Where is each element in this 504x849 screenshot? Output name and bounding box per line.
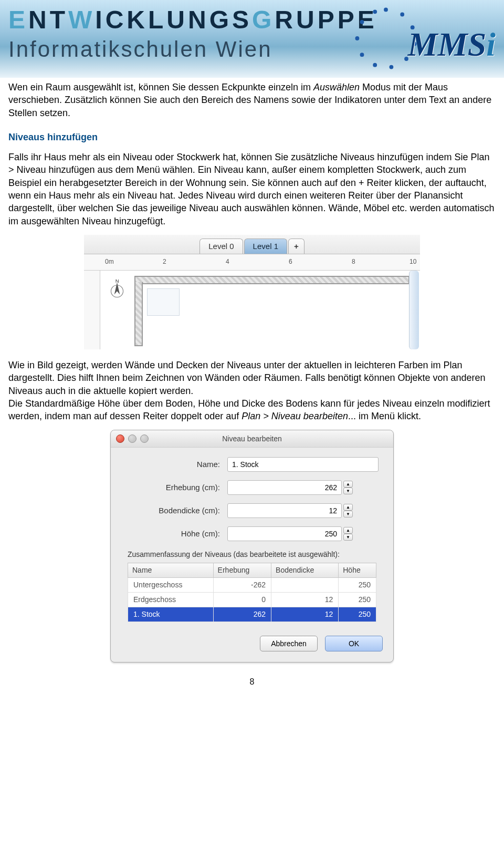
table-row[interactable]: Untergeschoss-262250 xyxy=(128,578,376,593)
header-subtitle: Informatikschulen Wien xyxy=(8,37,272,62)
wall-horizontal xyxy=(134,276,410,284)
screenshot-tabs: Level 0 Level 1 + 0m 2 4 6 8 10 N xyxy=(84,235,420,349)
svg-point-6 xyxy=(373,63,377,67)
input-hoehe[interactable] xyxy=(227,526,342,541)
svg-point-7 xyxy=(360,53,364,57)
spin-down-icon[interactable]: ▼ xyxy=(343,488,353,494)
cancel-button[interactable]: Abbrechen xyxy=(260,636,318,651)
input-erhebung[interactable] xyxy=(227,480,342,495)
svg-point-5 xyxy=(390,65,394,69)
tab-level0[interactable]: Level 0 xyxy=(200,239,243,254)
dialog-title: Niveau bearbeiten xyxy=(222,434,282,443)
mmsi-logo: MMSi xyxy=(408,25,496,64)
input-name[interactable] xyxy=(227,457,379,472)
label-bodendicke: Bodendicke (cm): xyxy=(125,505,220,516)
svg-marker-12 xyxy=(114,282,120,294)
page-number: 8 xyxy=(8,676,496,688)
svg-text:N: N xyxy=(116,278,119,284)
spinner-hoehe[interactable]: ▲▼ xyxy=(343,527,353,541)
intro-paragraph: Wen ein Raum ausgewählt ist, können Sie … xyxy=(8,81,496,119)
spin-up-icon[interactable]: ▲ xyxy=(343,527,353,534)
svg-point-10 xyxy=(373,9,377,14)
minimize-icon[interactable] xyxy=(128,434,136,443)
input-bodendicke[interactable] xyxy=(227,503,342,518)
dialog-niveau-bearbeiten: Niveau bearbeiten Name: Erhebung (cm): ▲… xyxy=(110,430,394,662)
tab-add[interactable]: + xyxy=(288,239,304,254)
page-header: ENTWICKLUNGSGRUPPE Informatikschulen Wie… xyxy=(0,0,504,78)
spin-down-icon[interactable]: ▼ xyxy=(343,511,353,517)
ok-button[interactable]: OK xyxy=(325,636,383,651)
svg-point-9 xyxy=(360,20,364,24)
svg-point-1 xyxy=(400,13,404,17)
plan-canvas[interactable]: N xyxy=(84,271,420,349)
label-hoehe: Höhe (cm): xyxy=(125,529,220,539)
vertical-ruler xyxy=(84,271,100,349)
zoom-icon[interactable] xyxy=(140,434,149,443)
tab-level1[interactable]: Level 1 xyxy=(244,239,287,254)
close-icon[interactable] xyxy=(116,434,124,443)
svg-point-8 xyxy=(355,36,360,40)
svg-point-0 xyxy=(384,8,388,12)
table-row[interactable]: 1. Stock26212250 xyxy=(128,607,376,622)
label-erhebung: Erhebung (cm): xyxy=(125,482,220,493)
th-bodendicke: Bodendicke xyxy=(271,563,339,578)
spin-down-icon[interactable]: ▼ xyxy=(343,534,353,541)
niveaus-paragraph: Falls ihr Haus mehr als ein Niveau oder … xyxy=(8,151,496,227)
spinner-erhebung[interactable]: ▲▼ xyxy=(343,481,353,494)
label-name: Name: xyxy=(125,459,220,470)
th-erhebung: Erhebung xyxy=(213,563,271,578)
summary-table: Name Erhebung Bodendicke Höhe Untergesch… xyxy=(128,563,376,622)
table-row[interactable]: Erdgeschoss012250 xyxy=(128,593,376,607)
spin-up-icon[interactable]: ▲ xyxy=(343,481,353,488)
selected-room[interactable] xyxy=(147,288,180,316)
th-name: Name xyxy=(128,563,214,578)
ruler: 0m 2 4 6 8 10 xyxy=(84,254,420,271)
th-hoehe: Höhe xyxy=(339,563,376,578)
spinner-bodendicke[interactable]: ▲▼ xyxy=(343,504,353,517)
below-shot-paragraph: Wie in Bild gezeigt, werden Wände und De… xyxy=(8,359,496,422)
summary-label: Zusammenfassung der Niveaus (das bearbei… xyxy=(128,550,376,560)
compass-icon: N xyxy=(106,278,128,300)
header-title: ENTWICKLUNGSGRUPPE xyxy=(8,5,377,34)
tab-bar: Level 0 Level 1 + xyxy=(84,235,420,254)
wall-vertical xyxy=(134,282,143,346)
section-heading-niveaus: Niveaus hinzufügen xyxy=(8,131,496,143)
spin-up-icon[interactable]: ▲ xyxy=(343,504,353,511)
dialog-titlebar: Niveau bearbeiten xyxy=(111,430,393,448)
scrollbar[interactable] xyxy=(409,271,419,349)
